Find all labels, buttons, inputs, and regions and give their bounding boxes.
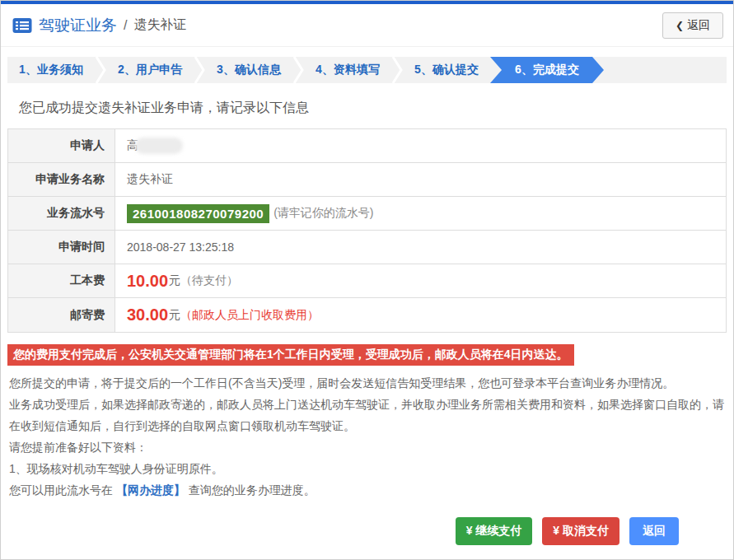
step-separator-icon — [95, 57, 106, 83]
table-row-serial: 业务流水号 261001808270079200 (请牢记你的流水号) — [8, 197, 726, 231]
page-title: 驾驶证业务 — [39, 15, 117, 36]
breadcrumb-current: 遗失补证 — [133, 16, 186, 34]
cancel-pay-button[interactable]: ¥ 取消支付 — [542, 517, 619, 545]
row-value: 10.00 元 （待支付） — [115, 264, 726, 297]
info-table: 申请人 高 申请业务名称 遗失补证 业务流水号 2610018082700792… — [7, 128, 727, 333]
table-row-apply-time: 申请时间 2018-08-27 13:25:18 — [8, 231, 726, 264]
row-label: 邮寄费 — [8, 298, 115, 332]
step-3-confirm-info[interactable]: 3、确认信息 — [205, 57, 292, 83]
back-button-label: 返回 — [687, 18, 710, 33]
row-label: 申请业务名称 — [8, 163, 115, 196]
step-5-confirm-submit[interactable]: 5、确认提交 — [403, 57, 490, 83]
step-1-notice[interactable]: 1、业务须知 — [7, 57, 95, 83]
row-value: 遗失补证 — [115, 163, 726, 196]
header: 驾驶证业务 / 遗失补证 ❮ 返回 — [1, 4, 733, 47]
row-label: 业务流水号 — [8, 197, 115, 230]
notes-section: 您所提交的申请，将于提交后的一个工作日(不含当天)受理，届时会发送短信告知受理结… — [9, 372, 725, 501]
row-value: 2018-08-27 13:25:18 — [115, 231, 726, 264]
row-label: 申请时间 — [8, 231, 115, 264]
step-nav: 1、业务须知 2、用户申告 3、确认信息 4、资料填写 5、确认提交 6、完成提… — [7, 57, 727, 83]
license-card-icon — [12, 17, 32, 34]
step-separator-icon — [391, 57, 403, 83]
step-nav-filler — [604, 57, 727, 83]
serial-number-badge: 261001808270079200 — [127, 204, 269, 223]
breadcrumb: 驾驶证业务 / 遗失补证 — [12, 15, 186, 36]
continue-pay-button[interactable]: ¥ 继续支付 — [456, 517, 533, 545]
note-paragraph-3: 请您提前准备好以下资料： — [9, 436, 725, 458]
progress-suffix: 查询您的业务办理进度。 — [189, 483, 316, 497]
row-label: 申请人 — [8, 129, 115, 162]
table-row-postage-fee: 邮寄费 30.00 元 （邮政人员上门收取费用） — [8, 298, 726, 332]
step-separator-icon — [292, 57, 304, 83]
back-button[interactable]: ❮ 返回 — [662, 12, 723, 39]
serial-note: (请牢记你的流水号) — [273, 206, 373, 221]
table-row-production-fee: 工本费 10.00 元 （待支付） — [8, 264, 726, 298]
business-name: 遗失补证 — [127, 172, 173, 187]
return-button[interactable]: 返回 — [629, 517, 679, 545]
note-paragraph-1: 您所提交的申请，将于提交后的一个工作日(不含当天)受理，届时会发送短信告知受理结… — [9, 372, 725, 394]
table-row-applicant: 申请人 高 — [8, 129, 726, 163]
step-6-complete-active: 6、完成提交 — [490, 57, 604, 83]
row-value: 30.00 元 （邮政人员上门收取费用） — [115, 298, 726, 332]
success-message: 您已成功提交遗失补证业务申请，请记录以下信息 — [19, 100, 733, 117]
apply-time: 2018-08-27 13:25:18 — [127, 240, 234, 254]
step-4-fill-data[interactable]: 4、资料填写 — [304, 57, 391, 83]
production-fee-amount: 10.00 — [127, 272, 168, 291]
table-row-business-name: 申请业务名称 遗失补证 — [8, 163, 726, 197]
postage-fee-amount: 30.00 — [127, 306, 168, 324]
step-separator-icon — [194, 57, 205, 83]
note-paragraph-2: 业务成功受理后，如果选择邮政寄递的，邮政人员将上门送达机动车驾驶证，并收取办理业… — [9, 394, 725, 436]
row-value: 高 — [115, 129, 726, 162]
footer-actions: ¥ 继续支付 ¥ 取消支付 返回 — [456, 517, 679, 545]
redacted-name-blur — [135, 138, 183, 154]
postage-fee-note: （邮政人员上门收取费用） — [180, 308, 319, 323]
chevron-left-icon: ❮ — [676, 20, 684, 31]
row-label: 工本费 — [8, 264, 115, 297]
breadcrumb-separator: / — [124, 18, 127, 33]
progress-query-line: 您可以用此流水号在 【网办进度】 查询您的业务办理进度。 — [9, 479, 725, 501]
alert-banner: 您的费用支付完成后，公安机关交通管理部门将在1个工作日内受理，受理成功后，邮政人… — [7, 344, 574, 366]
page: 驾驶证业务 / 遗失补证 ❮ 返回 1、业务须知 2、用户申告 3、确认信息 4… — [0, 0, 734, 560]
note-paragraph-4: 1、现场核对机动车驾驶人身份证明原件。 — [9, 458, 725, 479]
step-2-declaration[interactable]: 2、用户申告 — [106, 57, 194, 83]
progress-prefix: 您可以用此流水号在 — [9, 483, 113, 497]
production-fee-note: （待支付） — [180, 273, 238, 288]
fee-unit: 元 — [169, 273, 180, 288]
row-value: 261001808270079200 (请牢记你的流水号) — [115, 197, 726, 230]
fee-unit: 元 — [169, 308, 180, 323]
progress-link[interactable]: 【网办进度】 — [116, 483, 185, 497]
